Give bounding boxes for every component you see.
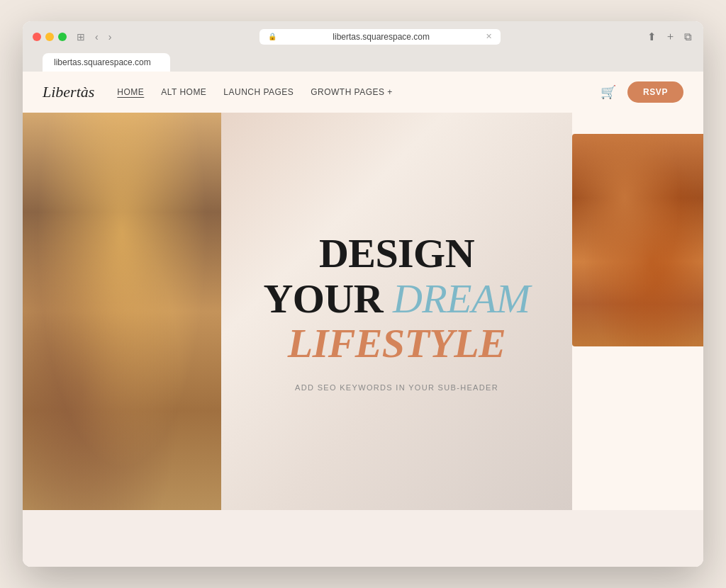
- share-button[interactable]: ⬆: [646, 29, 658, 45]
- nav-link-home[interactable]: HOME: [117, 87, 144, 97]
- sidebar-toggle-button[interactable]: ⊞: [74, 30, 88, 44]
- nav-links: HOME ALT HOME LAUNCH PAGES GROWTH PAGES …: [117, 87, 601, 97]
- headline-design: DESIGN: [264, 231, 530, 276]
- duplicate-button[interactable]: ⧉: [683, 29, 693, 45]
- close-button[interactable]: [33, 33, 41, 41]
- cart-icon[interactable]: 🛒: [601, 84, 616, 100]
- url-text: libertas.squarespace.com: [281, 32, 481, 42]
- nav-link-launch-pages[interactable]: LAUNCH PAGES: [223, 87, 294, 97]
- address-bar-container: 🔒 libertas.squarespace.com ✕: [121, 29, 639, 45]
- tab-title: libertas.squarespace.com: [54, 57, 151, 67]
- hero-right-image-inner: [572, 134, 703, 346]
- minimize-button[interactable]: [45, 33, 54, 41]
- nav-link-alt-home[interactable]: ALT HOME: [161, 87, 206, 97]
- traffic-lights: [33, 33, 67, 41]
- hero-subheader: ADD SEO KEYWORDS IN YOUR SUB-HEADER: [295, 383, 498, 392]
- hero-bottom: [23, 510, 703, 567]
- nav-link-growth-pages[interactable]: GROWTH PAGES +: [311, 87, 393, 97]
- nav-right: 🛒 RSVP: [601, 81, 683, 103]
- hero-left-image: [23, 113, 221, 510]
- site-logo[interactable]: Libertàs: [43, 83, 94, 101]
- hero-center: DESIGN YOUR DREAM LIFESTYLE ADD SEO KEYW…: [221, 113, 572, 510]
- headline-lifestyle: LIFESTYLE: [264, 321, 530, 366]
- new-tab-button[interactable]: ＋: [664, 28, 677, 45]
- maximize-button[interactable]: [58, 33, 67, 41]
- site-nav: Libertàs HOME ALT HOME LAUNCH PAGES GROW…: [23, 72, 703, 113]
- rsvp-button[interactable]: RSVP: [627, 81, 683, 103]
- hero-right-image: [572, 113, 703, 510]
- browser-window: ⊞ ‹ › 🔒 libertas.squarespace.com ✕ ⬆ ＋ ⧉…: [23, 21, 703, 567]
- headline-your: YOUR: [264, 276, 393, 322]
- back-button[interactable]: ‹: [92, 30, 101, 44]
- forward-button[interactable]: ›: [106, 30, 115, 44]
- browser-chrome: ⊞ ‹ › 🔒 libertas.squarespace.com ✕ ⬆ ＋ ⧉…: [23, 21, 703, 72]
- clear-url-button[interactable]: ✕: [486, 32, 492, 41]
- tabs-bar: libertas.squarespace.com: [33, 53, 693, 72]
- hero-left-image-inner: [23, 113, 221, 510]
- active-tab[interactable]: libertas.squarespace.com: [43, 53, 170, 72]
- browser-controls: ⊞ ‹ ›: [74, 30, 114, 44]
- hero-headline: DESIGN YOUR DREAM LIFESTYLE: [264, 231, 530, 366]
- headline-dream: DREAM: [393, 276, 530, 322]
- hero-section: DESIGN YOUR DREAM LIFESTYLE ADD SEO KEYW…: [23, 113, 703, 510]
- address-bar[interactable]: 🔒 libertas.squarespace.com ✕: [259, 29, 501, 45]
- browser-actions: ⬆ ＋ ⧉: [646, 28, 693, 45]
- lock-icon: 🔒: [268, 33, 277, 40]
- website-content: Libertàs HOME ALT HOME LAUNCH PAGES GROW…: [23, 72, 703, 567]
